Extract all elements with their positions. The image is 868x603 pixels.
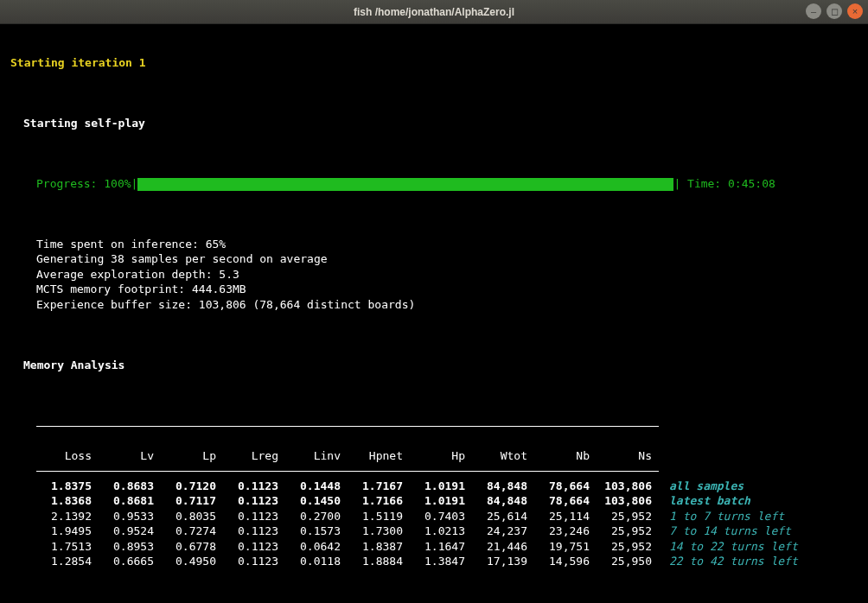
table-cell: 0.1123 <box>223 479 285 494</box>
close-icon[interactable]: × <box>847 3 863 19</box>
table-cell: 0.9524 <box>99 524 161 539</box>
table-row: 1.94950.95240.72740.11230.15731.73001.02… <box>10 524 858 539</box>
row-note: latest batch <box>659 493 750 509</box>
table-cell: 21,446 <box>472 539 534 555</box>
progress-bar <box>137 178 673 191</box>
table-cell: 0.4950 <box>161 554 223 569</box>
window-titlebar: fish /home/jonathan/AlphaZero.jl – ◻ × <box>0 0 868 24</box>
table-cell: 23,246 <box>534 524 597 539</box>
selfplay-progress: Progress: 100%|| Time: 0:45:08 <box>10 176 858 192</box>
progress-label: Progress: 100% <box>36 177 131 190</box>
table-cell: 1.1647 <box>410 539 472 555</box>
col-header: Lp <box>161 448 223 464</box>
table-cell: 0.6665 <box>99 554 161 569</box>
table-cell: 0.1123 <box>223 509 285 524</box>
table-cell: 0.8683 <box>99 479 161 494</box>
table-cell: 0.1123 <box>223 539 285 555</box>
table-cell: 1.8387 <box>348 539 410 555</box>
table-row: 1.83680.86810.71170.11230.14501.71661.01… <box>10 493 858 509</box>
row-note: 22 to 42 turns left <box>659 554 798 569</box>
progress-time: Time: 0:45:08 <box>687 177 775 190</box>
table-cell: 1.8884 <box>348 554 410 569</box>
table-cell: 1.0191 <box>410 479 472 494</box>
table-cell: 0.8035 <box>161 509 223 524</box>
table-cell: 1.7166 <box>348 493 410 509</box>
table-cell: 1.7167 <box>348 479 410 494</box>
selfplay-stat-line: Time spent on inference: 65% <box>10 237 858 252</box>
table-cell: 0.7403 <box>410 509 472 524</box>
row-note: 14 to 22 turns left <box>659 539 798 555</box>
table-cell: 1.3847 <box>410 554 472 569</box>
table-cell: 25,614 <box>472 509 534 524</box>
table-cell: 0.1123 <box>223 554 285 569</box>
table-cell: 78,664 <box>534 493 597 509</box>
table-cell: 0.9533 <box>99 509 161 524</box>
table-row: 2.13920.95330.80350.11230.27001.51190.74… <box>10 509 858 524</box>
table-cell: 0.0642 <box>285 539 348 555</box>
col-header: Hpnet <box>348 448 410 464</box>
table-cell: 0.7274 <box>161 524 223 539</box>
table-row: 1.83750.86830.71200.11230.14481.71671.01… <box>10 479 858 494</box>
col-header: Wtot <box>472 448 534 464</box>
table-divider-top <box>10 418 858 434</box>
table-cell: 0.1123 <box>223 524 285 539</box>
table-cell: 1.7513 <box>36 539 99 555</box>
table-cell: 0.1573 <box>285 524 348 539</box>
table-cell: 0.1123 <box>223 493 285 509</box>
selfplay-stat-line: Average exploration depth: 5.3 <box>10 267 858 282</box>
table-cell: 0.1450 <box>285 493 348 509</box>
row-note: 1 to 7 turns left <box>659 509 784 524</box>
memory-header: Memory Analysis <box>10 358 858 373</box>
maximize-icon[interactable]: ◻ <box>827 3 842 19</box>
table-divider <box>10 463 858 479</box>
table-cell: 1.0213 <box>410 524 472 539</box>
row-note: all samples <box>659 479 744 494</box>
table-cell: 25,114 <box>534 509 597 524</box>
terminal-output: Starting iteration 1 Starting self-play … <box>0 24 868 603</box>
table-row: 1.28540.66650.49500.11230.01181.88841.38… <box>10 554 858 569</box>
col-header: Hp <box>410 448 472 464</box>
table-cell: 25,952 <box>597 509 659 524</box>
table-cell: 1.2854 <box>36 554 99 569</box>
table-cell: 1.0191 <box>410 493 472 509</box>
table-cell: 1.9495 <box>36 524 99 539</box>
table-cell: 103,806 <box>597 479 659 494</box>
table-cell: 78,664 <box>534 479 597 494</box>
col-header: Loss <box>36 448 99 464</box>
minimize-icon[interactable]: – <box>806 3 821 19</box>
col-header: Lv <box>99 448 161 464</box>
table-cell: 1.8368 <box>36 493 99 509</box>
table-cell: 25,952 <box>597 524 659 539</box>
selfplay-header: Starting self-play <box>10 116 858 131</box>
table-cell: 103,806 <box>597 493 659 509</box>
row-note: 7 to 14 turns left <box>659 524 791 539</box>
table-cell: 0.8681 <box>99 493 161 509</box>
table-cell: 19,751 <box>534 539 597 555</box>
table-cell: 84,848 <box>472 479 534 494</box>
table-cell: 2.1392 <box>36 509 99 524</box>
table-cell: 14,596 <box>534 554 597 569</box>
window-buttons: – ◻ × <box>806 3 863 19</box>
table-cell: 0.0118 <box>285 554 348 569</box>
col-header: Linv <box>285 448 348 464</box>
table-cell: 84,848 <box>472 493 534 509</box>
table-cell: 0.7117 <box>161 493 223 509</box>
table-cell: 25,952 <box>597 539 659 555</box>
selfplay-stat-line: Experience buffer size: 103,806 (78,664 … <box>10 297 858 313</box>
table-header: LossLvLpLregLinvHpnetHpWtotNbNs <box>10 448 858 464</box>
window-title: fish /home/jonathan/AlphaZero.jl <box>354 6 514 18</box>
table-cell: 1.8375 <box>36 479 99 494</box>
table-row: 1.75130.89530.67780.11230.06421.83871.16… <box>10 539 858 555</box>
table-cell: 0.1448 <box>285 479 348 494</box>
col-header: Nb <box>534 448 597 464</box>
selfplay-stat-line: Generating 38 samples per second on aver… <box>10 251 858 267</box>
iteration-header: Starting iteration 1 <box>10 55 858 71</box>
table-cell: 0.2700 <box>285 509 348 524</box>
table-cell: 1.7300 <box>348 524 410 539</box>
table-cell: 0.8953 <box>99 539 161 555</box>
table-cell: 24,237 <box>472 524 534 539</box>
table-cell: 1.5119 <box>348 509 410 524</box>
table-cell: 25,950 <box>597 554 659 569</box>
table-cell: 0.6778 <box>161 539 223 555</box>
table-cell: 0.7120 <box>161 479 223 494</box>
